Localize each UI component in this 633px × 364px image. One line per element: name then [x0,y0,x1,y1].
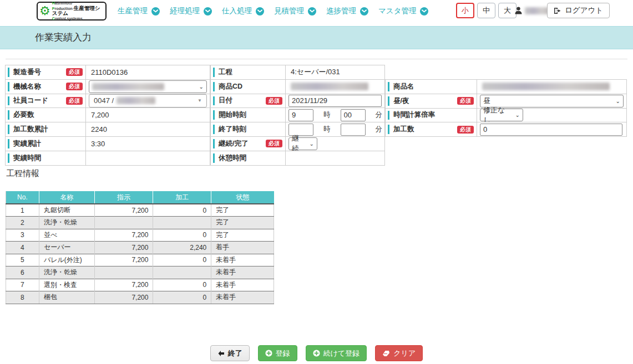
table-cell: 0 [153,204,211,217]
nav-item-6[interactable]: マスタ管理 [378,6,428,16]
field-value-kotei: 4:セーバー/031 [285,65,385,80]
table-cell: 完了 [211,204,274,217]
nav-item-4[interactable]: 見積管理 [274,6,316,16]
font-size-button-1[interactable]: 小 [456,3,474,18]
register-continue-button[interactable]: 続けて登録 [306,345,367,361]
chevron-down-icon[interactable] [308,7,316,16]
gear-icon: ⚙ [39,5,50,17]
table-cell: 未着手 [211,266,274,279]
table-cell: バレル(外注) [39,254,94,266]
table-row: 4セーバー7,2002,240着手 [6,242,274,254]
logout-icon [554,7,561,14]
field-value-kakosu-ruikei: 2240 [85,122,210,137]
table-cell: 未着手 [211,254,274,266]
field-value-seizo-bango: 2110D0136 [85,65,210,80]
table-cell: 6 [6,266,39,279]
chevron-down-icon[interactable] [151,7,160,16]
required-badge: 必須 [66,97,83,105]
table-cell: 0 [153,254,211,266]
table-cell: 0 [153,291,211,304]
field-value-jikan-bairitsu: 修正なし⌄ [477,108,627,123]
table-cell: セーバー [39,242,94,254]
field-label-hizuke: 日付必須 [210,94,286,109]
chevron-down-icon[interactable] [204,7,212,16]
table-cell: 2 [6,217,39,229]
redacted-shohin-mei [482,83,610,90]
field-label-kakosu: 加工数必須 [385,122,477,137]
form-row-kaishi-jikoku: 開始時刻時分 [211,108,386,122]
caret-down-icon: ▼ [198,98,202,103]
select-chevron-icon: ⌄ [310,141,314,147]
field-label-jisseki-ruikei: 実績累計 [5,136,86,151]
form-row-kotei: 工程4:セーバー/031 [211,65,386,80]
title-band: 作業実績入力 [0,26,633,49]
required-badge: 必須 [66,83,83,90]
label-accent-bar [213,110,215,120]
field-value-kakosu [477,122,627,137]
form-group-b: 工程4:セーバー/031商品CD日付必須開始時刻時分終了時刻時分継続/完了必須継… [211,65,386,166]
nav-item-3[interactable]: 仕入処理 [222,6,264,16]
process-section-title: 工程情報 [6,168,39,179]
table-cell: 7,200 [94,204,153,217]
label-accent-bar [8,68,9,77]
hour-unit-label: 時 [323,110,331,120]
shain-code-select[interactable]: 0047 /▼ [89,94,207,107]
label-accent-bar [213,82,215,91]
table-row: 1丸鋸切断7,2000完了 [6,204,274,217]
field-label-hitsuyosu: 必要数 [5,107,86,122]
required-badge: 必須 [266,140,282,147]
kakosu-input[interactable] [480,124,622,136]
table-row: 3並べ7,2000完了 [6,229,274,242]
jikan-bairitsu-select[interactable]: 修正なし⌄ [480,109,523,121]
form-row-seizo-bango: 製造番号必須2110D0136 [6,65,211,80]
nav-item-label: 生産管理 [118,6,148,16]
logout-button[interactable]: ログアウト [547,3,610,18]
logo-line2: Production生産管理システム [52,6,103,17]
logo-line3: Control systems [52,17,103,22]
redacted-shain-code [117,97,155,104]
process-info-table: No.名称指示加工状態 1丸鋸切断7,2000完了2洗浄・乾燥完了3並べ7,20… [6,191,274,304]
kikai-meisho-select[interactable]: ⌄ [89,80,207,93]
table-cell: 0 [153,279,211,291]
keizoku-kanryo-select[interactable]: 継続⌄ [288,137,317,150]
clear-button[interactable]: クリア [375,345,423,361]
field-label-kotei: 工程 [210,65,286,80]
chevron-down-icon[interactable] [256,7,264,16]
shuryo-jikoku-minute-input[interactable] [341,124,366,136]
column-header-2: 名称 [39,191,94,204]
process-table-head: No.名称指示加工状態 [6,191,274,204]
table-cell [94,217,153,229]
column-header-4: 加工 [153,191,211,204]
table-cell: 7,200 [94,242,153,254]
app-logo: ⚙ Hashimoto Production生産管理システム Control s… [37,2,107,20]
nav-item-2[interactable]: 経理処理 [170,6,212,16]
form-row-kakosu-ruikei: 加工数累計2240 [6,122,211,137]
field-value-jisseki-ruikei: 3:30 [85,136,210,151]
label-accent-bar [213,153,215,163]
table-cell: 7,200 [94,279,153,291]
user-icon [515,7,522,14]
field-value-hizuke [285,94,385,109]
main-nav: 生産管理経理処理仕入処理見積管理進捗管理マスタ管理 [118,0,428,22]
table-cell [153,217,211,229]
table-cell: 未着手 [211,291,274,304]
hizuke-input[interactable] [288,95,382,107]
exit-button[interactable]: 終了 [210,345,250,361]
required-badge: 必須 [457,126,474,134]
chevron-down-icon[interactable] [420,7,428,16]
nav-item-1[interactable]: 生産管理 [118,6,160,16]
chevron-down-icon[interactable] [360,7,368,16]
field-label-kikai-meisho: 機械名称必須 [5,79,86,94]
field-label-keizoku-kanryo: 継続/完了必須 [210,136,286,151]
top-bar: ⚙ Hashimoto Production生産管理システム Control s… [0,0,633,24]
nav-item-5[interactable]: 進捗管理 [326,6,368,16]
page-title: 作業実績入力 [35,27,92,49]
table-cell: 7,200 [94,229,153,242]
kaishi-jikoku-hour-input[interactable] [288,109,313,121]
register-button[interactable]: 登録 [258,345,297,361]
font-size-button-3[interactable]: 大 [498,3,516,18]
field-value-kyukei-jikan [285,151,385,166]
font-size-button-2[interactable]: 中 [477,3,495,18]
field-value-keizoku-kanryo: 継続⌄ [285,136,385,151]
kaishi-jikoku-minute-input[interactable] [341,109,366,121]
